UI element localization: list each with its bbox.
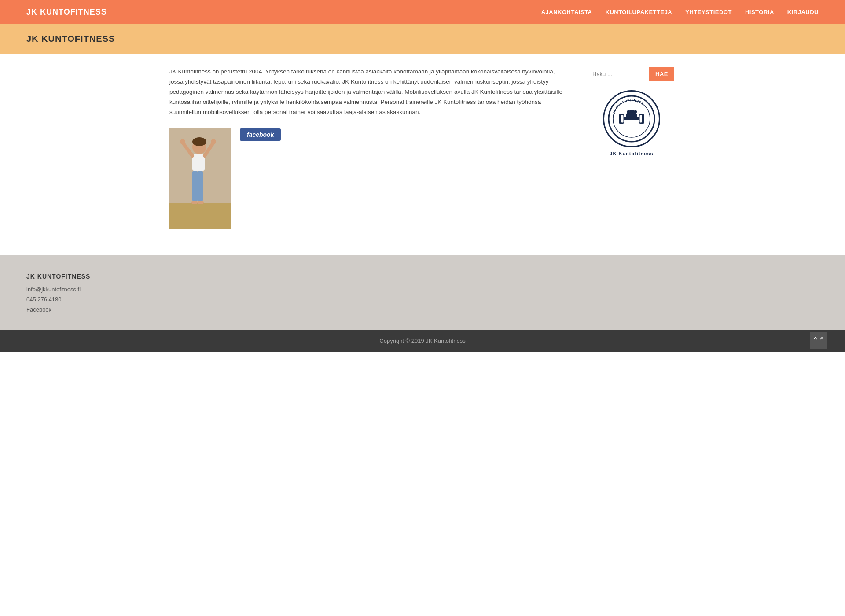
nav-kirjaudu[interactable]: KIRJAUDU <box>787 9 819 15</box>
bottom-bar: Copyright © 2019 JK Kuntofitness ⌃⌃ <box>0 330 845 352</box>
sidebar-logo: JK KUNTOFITNESS <box>588 90 676 156</box>
svg-rect-23 <box>635 114 637 119</box>
nav-historia[interactable]: HISTORIA <box>745 9 774 15</box>
nav-kuntoilupaketteja[interactable]: KUNTOILUPAKETTEJA <box>606 9 672 15</box>
copyright-text: Copyright © 2019 JK Kuntofitness <box>379 337 465 344</box>
main-wrapper: JK Kuntofitness on perustettu 2004. Yrit… <box>143 54 702 255</box>
media-row: facebook <box>169 128 570 229</box>
svg-point-26 <box>632 110 634 112</box>
nav-yhteystiedot[interactable]: YHTEYSTIEDOT <box>685 9 732 15</box>
svg-point-7 <box>180 139 185 144</box>
svg-rect-9 <box>192 171 198 202</box>
site-header: JK KUNTOFITNESS AJANKOHTAISTA KUNTOILUPA… <box>0 0 845 24</box>
search-input[interactable] <box>588 67 649 81</box>
svg-rect-20 <box>639 115 642 123</box>
footer-phone: 045 276 4180 <box>26 296 819 303</box>
scroll-top-button[interactable]: ⌃⌃ <box>810 332 827 349</box>
svg-point-25 <box>629 110 632 112</box>
sidebar: HAE JK KUNTOFITNESS <box>588 67 676 229</box>
description-text: JK Kuntofitness on perustettu 2004. Yrit… <box>169 67 570 117</box>
footer-email-link[interactable]: info@jkkuntofitness.fi <box>26 286 81 293</box>
logo-circle: JK KUNTOFITNESS <box>603 90 660 147</box>
svg-rect-10 <box>198 171 203 202</box>
svg-point-11 <box>191 201 198 204</box>
svg-point-27 <box>634 110 637 113</box>
site-title: JK KUNTOFITNESS <box>26 7 107 17</box>
main-nav: AJANKOHTAISTA KUNTOILUPAKETTEJA YHTEYSTI… <box>541 9 819 15</box>
search-button[interactable]: HAE <box>649 67 674 81</box>
svg-rect-22 <box>626 114 628 119</box>
svg-point-3 <box>192 137 206 146</box>
nav-ajankohtaista[interactable]: AJANKOHTAISTA <box>541 9 592 15</box>
svg-rect-4 <box>192 154 205 171</box>
content-area: JK Kuntofitness on perustettu 2004. Yrit… <box>169 67 570 229</box>
sidebar-logo-text: JK Kuntofitness <box>610 151 653 156</box>
facebook-badge[interactable]: facebook <box>240 128 281 141</box>
footer-facebook-link[interactable]: Facebook <box>26 306 51 313</box>
page-title: JK KUNTOFITNESS <box>26 34 819 44</box>
footer-email[interactable]: info@jkkuntofitness.fi <box>26 286 819 293</box>
footer-facebook[interactable]: Facebook <box>26 306 819 313</box>
svg-point-8 <box>211 139 216 144</box>
page-title-bar: JK KUNTOFITNESS <box>0 24 845 54</box>
svg-rect-18 <box>621 115 624 123</box>
site-footer: JK KUNTOFITNESS info@jkkuntofitness.fi 0… <box>0 255 845 330</box>
svg-point-24 <box>627 110 630 113</box>
svg-point-12 <box>197 201 204 204</box>
facebook-link[interactable]: facebook <box>240 128 281 141</box>
svg-rect-1 <box>169 203 231 229</box>
search-box: HAE <box>588 67 676 81</box>
footer-title: JK KUNTOFITNESS <box>26 273 819 280</box>
fitness-image <box>169 128 231 229</box>
